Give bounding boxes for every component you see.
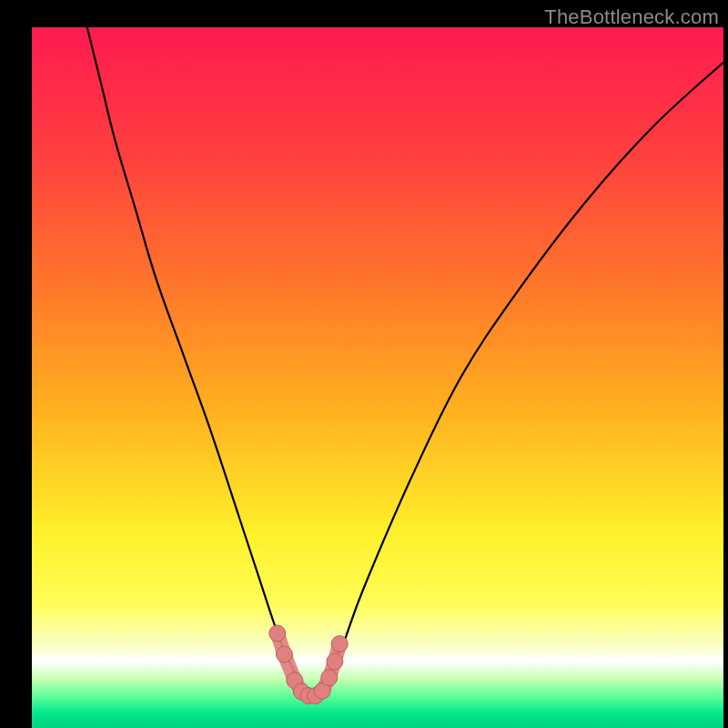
marker-point	[321, 670, 338, 686]
marker-point	[327, 653, 343, 670]
watermark-text: TheBottleneck.com	[544, 5, 719, 29]
chart-svg	[32, 27, 723, 728]
bottleneck-curve	[87, 27, 723, 694]
plot-area	[32, 27, 723, 728]
marker-point	[269, 625, 286, 642]
outer-frame: TheBottleneck.com	[0, 0, 728, 728]
marker-point	[331, 636, 348, 652]
marker-point	[276, 646, 292, 662]
